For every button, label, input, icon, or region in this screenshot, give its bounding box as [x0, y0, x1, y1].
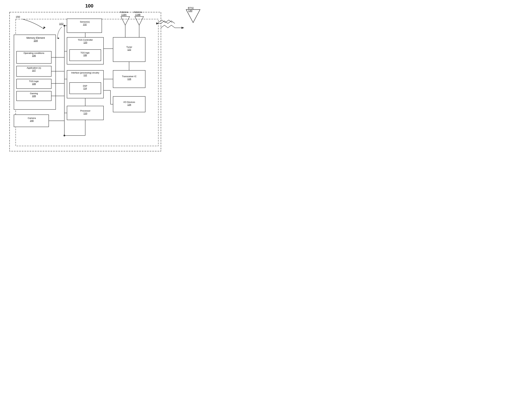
memory-element-label: Memory Element 104 [17, 37, 55, 42]
antenna-a-label: Antenna 118A [120, 11, 128, 16]
tgs-logic-inner-block: TGS logic 108 [70, 52, 100, 56]
svg-marker-17 [121, 17, 130, 25]
label-150: 150 [16, 15, 20, 18]
camera-block: Camera 140 [16, 117, 48, 122]
main-title: 100 [85, 3, 93, 9]
operating-conditions-block: Operating conditions 106 [17, 52, 51, 57]
dsp-block: DSP 114 [70, 85, 100, 90]
svg-marker-19 [135, 17, 144, 25]
tgs-controller-block: TGS Controller 120 [68, 39, 102, 44]
svg-rect-2 [14, 35, 56, 110]
antenna-b-label: Antenna 118B [134, 11, 142, 16]
io-devices-block: I/O Devices 134 [114, 101, 144, 106]
tgs-logic-mem-block: TGS logic 108 [17, 80, 51, 85]
tuner-block: Tuner 122 [114, 46, 144, 51]
bts-label: BTS 130 [188, 6, 193, 12]
application-block: Application (s) 107 [17, 67, 51, 72]
svg-overlay [0, 0, 209, 156]
label-102: 102 [59, 22, 63, 25]
diagram: 100 [0, 0, 209, 156]
gaming-block: Gaming 109 [17, 92, 51, 97]
interface-block: Interface (processing) circuitry 112 [68, 72, 103, 76]
processor-block: Processor 110 [68, 110, 102, 115]
svg-point-28 [63, 25, 65, 27]
svg-point-29 [63, 135, 65, 136]
sensor-block: Sensor(s) 132 [69, 20, 101, 26]
transceiver-block: Transceiver IC 116 [114, 75, 144, 80]
